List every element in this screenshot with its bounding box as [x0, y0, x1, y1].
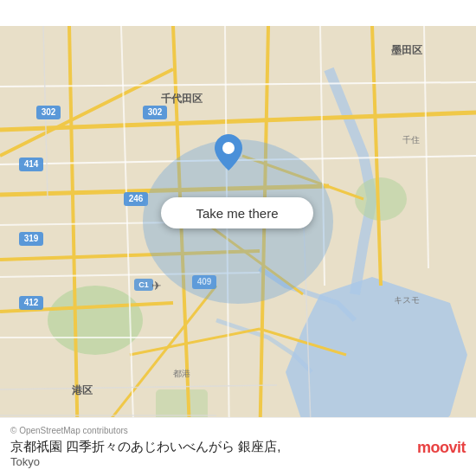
svg-text:302: 302 — [42, 107, 56, 117]
moovit-logo: moovit — [417, 439, 466, 457]
svg-text:412: 412 — [24, 298, 39, 307]
bottom-info-bar: © OpenStreetMap contributors 京都祇園 四季折々のあ… — [0, 417, 476, 476]
location-subtitle: Tokyo — [10, 455, 466, 468]
svg-text:302: 302 — [148, 107, 163, 117]
svg-text:千代田区: 千代田区 — [161, 93, 203, 105]
svg-text:319: 319 — [24, 234, 39, 243]
map-svg: 302 302 414 246 319 409 412 316 墨田区 千代田区… — [0, 0, 476, 476]
svg-text:C1: C1 — [138, 280, 149, 289]
location-name: 京都祇園 四季折々のあじわいべんがら 銀座店, — [10, 439, 466, 455]
copyright-text: © OpenStreetMap contributors — [10, 426, 466, 435]
svg-text:414: 414 — [24, 159, 39, 169]
take-me-there-button[interactable]: Take me there — [161, 197, 313, 228]
svg-text:キスモ: キスモ — [394, 295, 420, 305]
svg-point-2 — [48, 286, 143, 355]
svg-text:墨田区: 墨田区 — [391, 44, 422, 56]
svg-text:409: 409 — [197, 277, 212, 286]
svg-text:246: 246 — [129, 194, 144, 203]
svg-text:港区: 港区 — [72, 384, 93, 396]
svg-text:✈: ✈ — [151, 279, 162, 293]
moovit-logo-text: moovit — [417, 439, 466, 457]
svg-text:千住: 千住 — [402, 135, 420, 145]
map-container: 302 302 414 246 319 409 412 316 墨田区 千代田区… — [0, 0, 476, 476]
svg-text:都港: 都港 — [173, 369, 190, 378]
